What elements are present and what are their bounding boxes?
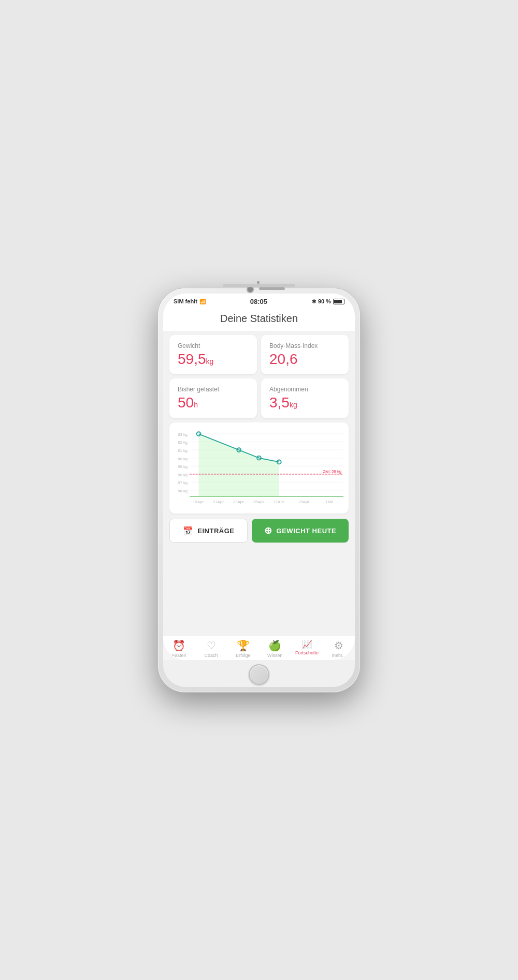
weight-today-button[interactable]: ⊕ GEWICHT HEUTE (252, 519, 349, 543)
wifi-icon: 📶 (199, 299, 206, 304)
stat-card-lost: Abgenommen 3,5kg (261, 378, 349, 418)
svg-text:1Ma: 1Ma (325, 500, 334, 504)
svg-text:59 kg: 59 kg (178, 464, 188, 469)
svg-text:19Apr.: 19Apr. (193, 500, 204, 504)
svg-text:23Apr.: 23Apr. (233, 500, 244, 504)
stat-label-weight: Gewicht (178, 342, 249, 349)
page-title: Deine Statistiken (163, 308, 355, 331)
calendar-icon: 📅 (183, 526, 194, 536)
svg-text:Ziel: 58 kg: Ziel: 58 kg (323, 469, 341, 474)
svg-text:25Apr.: 25Apr. (253, 500, 265, 504)
tab-bar: ⏰ Fasten ♡ Coach 🏆 Erfolge 🍏 Wissen 📈 (163, 636, 355, 660)
weight-label: GEWICHT HEUTE (277, 527, 337, 535)
stats-grid: Gewicht 59,5kg Body-Mass-Index 20,6 Bish… (169, 335, 349, 419)
stat-label-bmi: Body-Mass-Index (269, 342, 340, 349)
gear-icon: ⚙ (334, 639, 343, 652)
svg-text:60 kg: 60 kg (178, 457, 188, 461)
tab-erfolge[interactable]: 🏆 Erfolge (227, 639, 259, 658)
entries-button[interactable]: 📅 EINTRÄGE (169, 519, 248, 543)
svg-text:56 kg: 56 kg (178, 489, 188, 493)
svg-text:62 kg: 62 kg (178, 441, 188, 445)
status-bar: SIM fehlt 📶 08:05 ✱ 90 % (163, 294, 355, 308)
main-content: Gewicht 59,5kg Body-Mass-Index 20,6 Bish… (163, 331, 355, 636)
stat-value-bmi: 20,6 (269, 352, 340, 368)
svg-text:58 kg: 58 kg (178, 473, 188, 477)
tab-label-mehr: mehr... (332, 653, 346, 658)
alarm-icon: ⏰ (172, 639, 185, 652)
tab-mehr[interactable]: ⚙ mehr... (323, 639, 355, 658)
stat-value-fasted: 50h (178, 395, 249, 411)
stat-value-lost: 3,5kg (269, 395, 340, 411)
time-label: 08:05 (250, 298, 267, 305)
tab-fortschritte[interactable]: 📈 Fortschritte (291, 639, 323, 658)
bluetooth-icon: ✱ (312, 299, 316, 304)
weight-chart-card: 63 kg 62 kg 61 kg 60 kg 59 kg 58 kg 57 k… (169, 422, 349, 514)
chart-svg: 63 kg 62 kg 61 kg 60 kg 59 kg 58 kg 57 k… (174, 428, 344, 510)
tab-label-wissen: Wissen (267, 653, 283, 658)
carrier-label: SIM fehlt (174, 298, 197, 304)
home-button-area (163, 660, 355, 687)
heart-icon: ♡ (207, 639, 216, 652)
stat-card-fasted: Bisher gefastet 50h (169, 378, 257, 418)
svg-marker-17 (199, 434, 279, 496)
svg-text:57 kg: 57 kg (178, 480, 188, 485)
stat-card-bmi: Body-Mass-Index 20,6 (261, 335, 349, 375)
home-button[interactable] (249, 664, 269, 685)
stat-card-weight: Gewicht 59,5kg (169, 335, 257, 375)
status-left: SIM fehlt 📶 (174, 298, 206, 304)
svg-text:27Apr.: 27Apr. (274, 500, 285, 504)
chart-wrapper: 63 kg 62 kg 61 kg 60 kg 59 kg 58 kg 57 k… (174, 428, 344, 510)
tab-label-fortschritte: Fortschritte (295, 650, 319, 655)
svg-text:63 kg: 63 kg (178, 432, 188, 437)
progress-icon: 📈 (302, 639, 312, 649)
tab-label-fasten: Fasten (172, 653, 186, 658)
battery-icon (333, 299, 344, 304)
tab-wissen[interactable]: 🍏 Wissen (259, 639, 291, 658)
tab-fasten[interactable]: ⏰ Fasten (163, 639, 195, 658)
battery-percent: 90 % (318, 298, 331, 304)
stat-label-fasted: Bisher gefastet (178, 386, 249, 393)
apple-icon: 🍏 (268, 639, 281, 652)
svg-text:61 kg: 61 kg (178, 448, 188, 453)
stat-value-weight: 59,5kg (178, 352, 249, 368)
trophy-icon: 🏆 (237, 639, 250, 652)
entries-label: EINTRÄGE (197, 527, 234, 535)
action-buttons: 📅 EINTRÄGE ⊕ GEWICHT HEUTE (169, 519, 349, 543)
status-right: ✱ 90 % (312, 298, 344, 304)
svg-text:21Apr.: 21Apr. (213, 500, 224, 504)
tab-label-erfolge: Erfolge (236, 653, 251, 658)
tab-coach[interactable]: ♡ Coach (195, 639, 227, 658)
tab-label-coach: Coach (205, 653, 218, 658)
plus-icon: ⊕ (264, 525, 272, 536)
stat-label-lost: Abgenommen (269, 386, 340, 393)
svg-text:29Apr.: 29Apr. (298, 500, 310, 504)
